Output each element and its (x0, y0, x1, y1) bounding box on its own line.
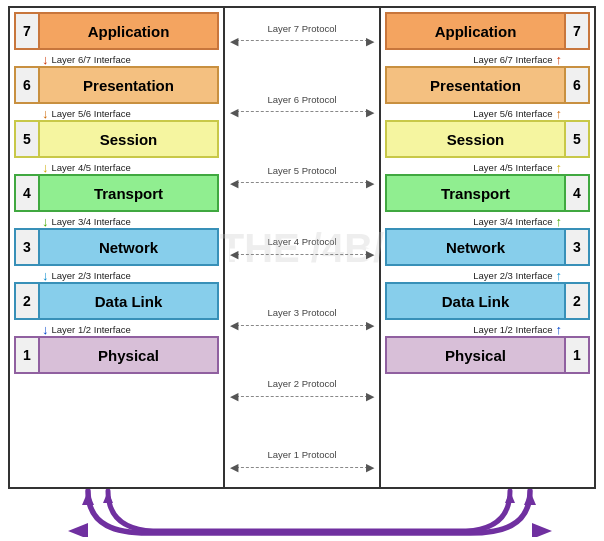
left-layer-5: 5 Session ↓ Layer 4/5 Interface (14, 120, 219, 174)
right-stack-frame: Application 7 Layer 6/7 Interface ↑ Pres… (379, 8, 594, 487)
left-layer-2: 2 Data Link ↓ Layer 1/2 Interface (14, 282, 219, 336)
right-layer-1: Physical 1 (385, 336, 590, 374)
left-layer-4: 4 Transport ↓ Layer 3/4 Interface (14, 174, 219, 228)
protocol-3: Layer 3 Protocol ◀ ▶ (231, 296, 373, 340)
right-layer-4: Transport 4 Layer 3/4 Interface ↑ (385, 174, 590, 228)
svg-marker-3 (524, 491, 536, 505)
right-layer-6: Presentation 6 Layer 5/6 Interface ↑ (385, 66, 590, 120)
svg-marker-2 (82, 491, 94, 505)
left-layer-7: 7 Application ↓ Layer 6/7 Interface (14, 12, 219, 66)
left-layer-6: 6 Presentation ↓ Layer 5/6 Interface (14, 66, 219, 120)
protocol-2: Layer 2 Protocol ◀ ▶ (231, 367, 373, 411)
bottom-curve-svg (8, 489, 604, 537)
right-layer-7: Application 7 Layer 6/7 Interface ↑ (385, 12, 590, 66)
right-layer-2: Data Link 2 Layer 1/2 Interface ↑ (385, 282, 590, 336)
left-layer-3: 3 Network ↓ Layer 2/3 Interface (14, 228, 219, 282)
protocol-7: Layer 7 Protocol ◀ ▶ (231, 12, 373, 56)
right-layer-5: Session 5 Layer 4/5 Interface ↑ (385, 120, 590, 174)
svg-marker-1 (532, 523, 552, 537)
left-stack-frame: 7 Application ↓ Layer 6/7 Interface 6 Pr… (10, 8, 225, 487)
protocol-5: Layer 5 Protocol ◀ ▶ (231, 154, 373, 198)
svg-marker-0 (68, 523, 88, 537)
protocol-1: Layer 1 Protocol ◀ ▶ (231, 439, 373, 483)
right-layer-3: Network 3 Layer 2/3 Interface ↑ (385, 228, 590, 282)
bottom-arrow-area (8, 489, 596, 537)
protocol-6: Layer 6 Protocol ◀ ▶ (231, 83, 373, 127)
middle-protocols: Layer 7 Protocol ◀ ▶ Layer 6 Protocol ◀ … (225, 8, 379, 487)
protocol-4: Layer 4 Protocol ◀ ▶ (231, 225, 373, 269)
main-container: THE /4B/ 7 Application ↓ Layer 6/7 Inter… (0, 0, 604, 541)
left-layer-1: 1 Physical (14, 336, 219, 374)
